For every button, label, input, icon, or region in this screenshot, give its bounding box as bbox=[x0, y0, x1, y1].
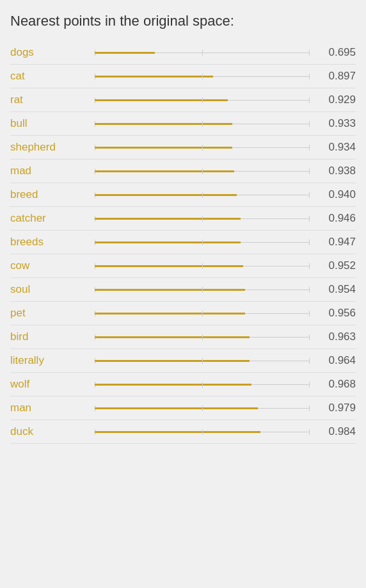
item-bar-fill bbox=[95, 265, 243, 267]
item-word: literally bbox=[10, 354, 87, 367]
item-bar-track bbox=[95, 242, 310, 243]
item-bar-container bbox=[95, 142, 310, 153]
list-item: mad 0.938 bbox=[10, 159, 356, 177]
item-word: breeds bbox=[10, 236, 87, 249]
item-score: 0.968 bbox=[317, 378, 356, 391]
item-score: 0.954 bbox=[317, 283, 356, 296]
item-bar-container bbox=[95, 331, 310, 343]
item-bar-fill bbox=[95, 289, 245, 291]
item-score: 0.934 bbox=[317, 141, 356, 154]
tick-end bbox=[309, 50, 310, 56]
item-bar-container bbox=[95, 260, 310, 272]
list-item: wolf 0.968 bbox=[10, 373, 356, 391]
item-bar-container bbox=[95, 213, 310, 224]
item-bar-container bbox=[95, 307, 310, 319]
item-word: mad bbox=[10, 165, 87, 177]
item-bar-fill bbox=[95, 76, 213, 78]
tick-end bbox=[309, 334, 310, 340]
list-item: catcher 0.946 bbox=[10, 207, 356, 225]
item-score: 0.933 bbox=[317, 117, 356, 130]
tick-end bbox=[309, 382, 310, 388]
list-item: man 0.979 bbox=[10, 396, 356, 414]
tick-end bbox=[309, 216, 310, 222]
item-score: 0.938 bbox=[317, 165, 356, 177]
item-bar-container bbox=[95, 189, 310, 200]
item-score: 0.940 bbox=[317, 188, 356, 201]
tick-end bbox=[309, 74, 310, 79]
item-score: 0.964 bbox=[317, 354, 356, 367]
tick-end bbox=[309, 311, 310, 316]
list-item: bird 0.963 bbox=[10, 325, 356, 343]
item-bar-track bbox=[95, 290, 310, 290]
item-bar-fill bbox=[95, 360, 250, 362]
tick-end bbox=[309, 287, 310, 293]
item-bar-fill bbox=[95, 147, 232, 149]
list-item: pet 0.956 bbox=[10, 302, 356, 320]
tick-end bbox=[309, 192, 310, 198]
item-word: catcher bbox=[10, 212, 87, 225]
list-item: cat 0.897 bbox=[10, 65, 356, 83]
item-word: man bbox=[10, 402, 87, 414]
item-bar-fill bbox=[95, 241, 241, 243]
item-bar-track bbox=[95, 218, 310, 219]
list-item: bull 0.933 bbox=[10, 112, 356, 130]
item-bar-fill bbox=[95, 52, 155, 54]
divider bbox=[10, 443, 356, 444]
item-bar-track bbox=[95, 147, 310, 148]
list-item: duck 0.984 bbox=[10, 420, 356, 438]
item-score: 0.947 bbox=[317, 236, 356, 249]
item-bar-track bbox=[95, 432, 310, 432]
tick-end bbox=[309, 240, 310, 245]
item-bar-track bbox=[95, 76, 310, 77]
item-bar-fill bbox=[95, 194, 237, 196]
item-bar-track bbox=[95, 124, 310, 124]
tick-end bbox=[309, 145, 310, 151]
item-word: bird bbox=[10, 331, 87, 343]
item-bar-track bbox=[95, 100, 310, 101]
item-bar-track bbox=[95, 53, 310, 53]
item-bar-fill bbox=[95, 170, 234, 172]
item-bar-container bbox=[95, 379, 310, 390]
item-bar-fill bbox=[95, 123, 232, 125]
item-bar-track bbox=[95, 408, 310, 409]
item-word: cow bbox=[10, 259, 87, 272]
item-bar-container bbox=[95, 70, 310, 82]
tick-end bbox=[309, 263, 310, 269]
list-item: shepherd 0.934 bbox=[10, 136, 356, 154]
item-word: shepherd bbox=[10, 141, 87, 154]
item-word: wolf bbox=[10, 378, 87, 391]
list-item: rat 0.929 bbox=[10, 88, 356, 106]
item-bar-container bbox=[95, 118, 310, 129]
item-word: soul bbox=[10, 283, 87, 296]
item-score: 0.929 bbox=[317, 94, 356, 106]
item-bar-track bbox=[95, 384, 310, 385]
tick-end bbox=[309, 358, 310, 364]
item-word: breed bbox=[10, 188, 87, 201]
item-score: 0.897 bbox=[317, 70, 356, 83]
item-bar-fill bbox=[95, 336, 250, 338]
item-word: bull bbox=[10, 117, 87, 130]
page-title: Nearest points in the original space: bbox=[10, 13, 356, 29]
tick-end bbox=[309, 97, 310, 103]
item-score: 0.695 bbox=[317, 46, 356, 59]
item-score: 0.956 bbox=[317, 307, 356, 320]
item-bar-track bbox=[95, 171, 310, 172]
tick-end bbox=[309, 168, 310, 174]
item-bar-fill bbox=[95, 313, 245, 314]
item-score: 0.979 bbox=[317, 402, 356, 414]
item-score: 0.963 bbox=[317, 331, 356, 343]
item-word: dogs bbox=[10, 46, 87, 59]
list-item: soul 0.954 bbox=[10, 278, 356, 296]
item-bar-track bbox=[95, 313, 310, 314]
item-bar-container bbox=[95, 94, 310, 106]
item-bar-container bbox=[95, 236, 310, 248]
item-bar-container bbox=[95, 47, 310, 58]
item-word: pet bbox=[10, 307, 87, 320]
item-bar-fill bbox=[95, 384, 251, 386]
item-bar-track bbox=[95, 195, 310, 195]
item-score: 0.952 bbox=[317, 259, 356, 272]
tick-end bbox=[309, 405, 310, 411]
items-list: dogs 0.695 cat 0.897 rat bbox=[10, 41, 356, 444]
list-item: cow 0.952 bbox=[10, 254, 356, 272]
tick-end bbox=[309, 121, 310, 127]
